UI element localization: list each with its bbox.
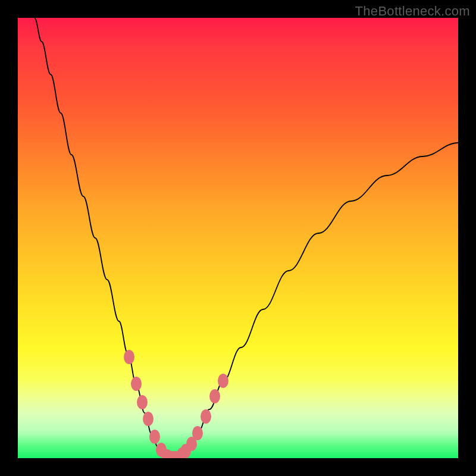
marker-dot (131, 377, 142, 391)
marker-dots (124, 350, 228, 458)
watermark-text: TheBottleneck.com (355, 4, 470, 19)
marker-dot (124, 350, 134, 364)
marker-dot (143, 412, 154, 426)
marker-dot (192, 426, 203, 440)
marker-dot (201, 409, 211, 424)
curve-left-branch (35, 18, 174, 458)
chart-frame: TheBottleneck.com (0, 0, 476, 476)
marker-dot (209, 389, 220, 403)
curve-overlay (18, 18, 458, 458)
marker-dot (149, 430, 160, 444)
marker-dot (137, 395, 148, 409)
plot-area (18, 18, 458, 458)
curve-right-branch (174, 143, 458, 458)
marker-dot (218, 374, 228, 388)
